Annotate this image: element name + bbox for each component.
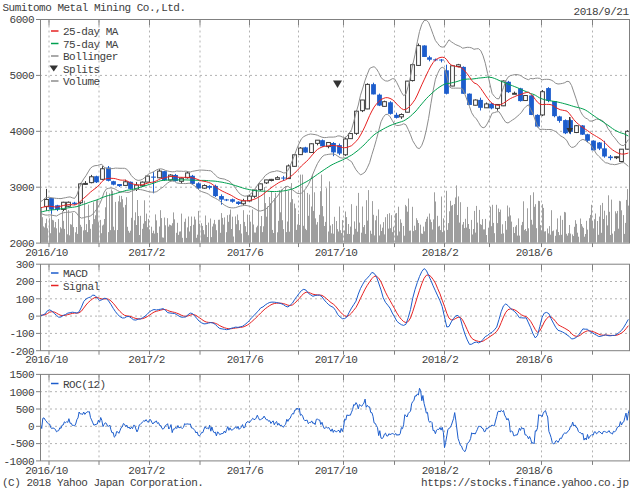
svg-text:ROC(12): ROC(12) (63, 379, 106, 391)
svg-text:-500: -500 (10, 438, 34, 450)
svg-text:-100: -100 (10, 328, 34, 340)
svg-text:0: 0 (28, 421, 34, 433)
svg-text:100: 100 (16, 294, 34, 306)
svg-text:6000: 6000 (10, 14, 34, 26)
svg-text:4000: 4000 (10, 126, 34, 138)
svg-text:2018/2: 2018/2 (422, 465, 459, 477)
svg-text:2018/2: 2018/2 (422, 247, 459, 259)
svg-text:5000: 5000 (10, 70, 34, 82)
svg-text:2016/10: 2016/10 (25, 354, 68, 366)
svg-text:2018/9/21: 2018/9/21 (574, 6, 630, 18)
svg-text:2018/6: 2018/6 (516, 465, 553, 477)
svg-text:MACD: MACD (63, 268, 88, 280)
svg-text:0: 0 (28, 311, 34, 323)
svg-text:2017/2: 2017/2 (128, 465, 165, 477)
svg-text:2016/10: 2016/10 (25, 465, 68, 477)
svg-text:Bollinger: Bollinger (63, 51, 118, 63)
svg-text:2017/10: 2017/10 (315, 247, 358, 259)
svg-text:2017/6: 2017/6 (227, 354, 264, 366)
svg-text:2017/2: 2017/2 (128, 354, 165, 366)
svg-text:1500: 1500 (10, 369, 34, 381)
svg-text:75-day MA: 75-day MA (63, 39, 119, 51)
svg-text:2018/2: 2018/2 (422, 354, 459, 366)
svg-text:1000: 1000 (10, 387, 34, 399)
svg-text:500: 500 (16, 404, 34, 416)
svg-text:2016/10: 2016/10 (25, 247, 68, 259)
svg-text:2018/6: 2018/6 (516, 354, 553, 366)
svg-text:200: 200 (16, 276, 34, 288)
svg-text:25-day MA: 25-day MA (63, 26, 119, 38)
svg-text:Sumitomo Metal Mining Co.,Ltd.: Sumitomo Metal Mining Co.,Ltd. (3, 2, 186, 14)
svg-text:2017/6: 2017/6 (227, 247, 264, 259)
svg-text:Volume: Volume (63, 76, 100, 88)
svg-text:3000: 3000 (10, 182, 34, 194)
svg-text:(C) 2018 Yahoo Japan Corporati: (C) 2018 Yahoo Japan Corporation. (2, 477, 203, 489)
svg-text:2017/6: 2017/6 (227, 465, 264, 477)
svg-text:300: 300 (16, 259, 34, 271)
svg-text:Splits: Splits (63, 64, 100, 76)
svg-text:2018/6: 2018/6 (516, 247, 553, 259)
svg-text:https://stocks.finance.yahoo.c: https://stocks.finance.yahoo.co.jp (421, 477, 628, 489)
svg-text:2017/2: 2017/2 (128, 247, 165, 259)
svg-text:2017/10: 2017/10 (315, 465, 358, 477)
svg-text:Signal: Signal (63, 281, 100, 293)
svg-text:2017/10: 2017/10 (315, 354, 358, 366)
